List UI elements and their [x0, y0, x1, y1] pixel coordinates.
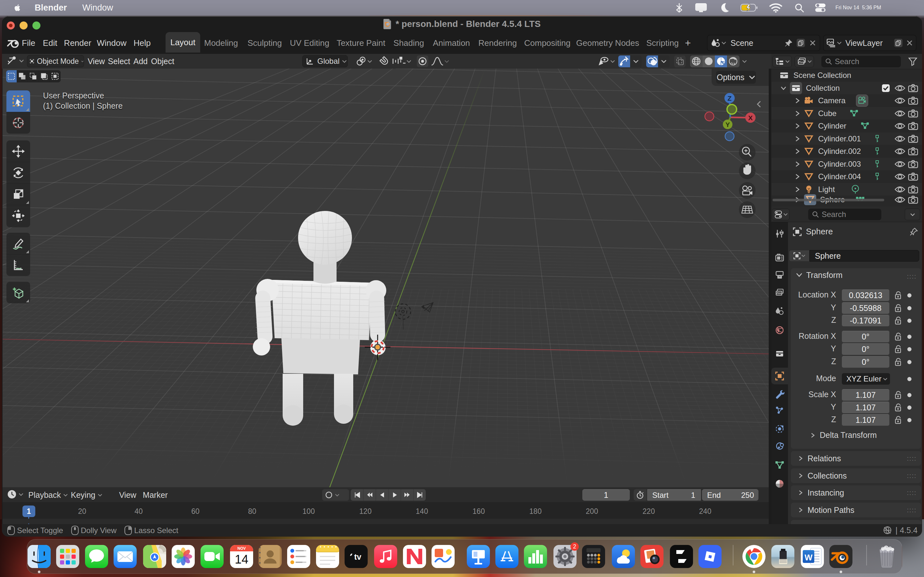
svg-text:NOV: NOV [237, 546, 246, 551]
svg-text:W: W [804, 553, 813, 562]
svg-text:X: X [748, 114, 753, 121]
svg-text:Y: Y [725, 121, 730, 128]
svg-text:Z: Z [728, 95, 732, 102]
svg-text:tv: tv [354, 552, 361, 561]
svg-text:14: 14 [235, 553, 248, 566]
